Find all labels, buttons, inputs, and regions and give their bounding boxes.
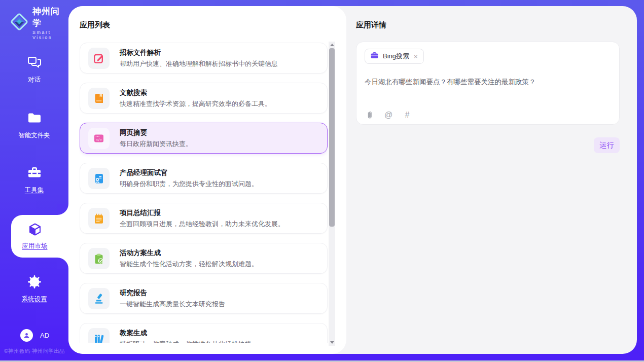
books-icon	[88, 328, 110, 343]
sidebar-item-label: 对话	[28, 76, 41, 84]
brand-name: 神州问学	[32, 6, 68, 29]
app-desc: 智能生成个性化活动方案，轻松解决规划难题。	[120, 261, 258, 267]
sidebar-item-app-market[interactable]: 应用市场	[11, 215, 68, 258]
sidebar: 神州问学 Smart Vision 对话 智能文件夹	[0, 0, 68, 362]
avatar	[20, 329, 33, 342]
composer-card: Bing搜索 × 今日湖北有哪些新闻要点？有哪些需要关注的最新政策？ @ #	[356, 42, 620, 125]
brand-tagline: Smart Vision	[32, 30, 68, 40]
app-desc: 一键智能生成高质量长文本研究报告	[120, 301, 225, 307]
mention-icon[interactable]: @	[383, 110, 393, 120]
paperclip-icon[interactable]	[365, 110, 375, 120]
composer-toolbar: @ #	[365, 110, 412, 120]
sidebar-item-toolset[interactable]: 工具集	[0, 165, 68, 195]
app-title: 产品经理面试官	[120, 169, 258, 176]
app-card-event-plan[interactable]: 活动方案生成 智能生成个性化活动方案，轻松解决规划难题。	[80, 243, 328, 274]
app-title: 研究报告	[120, 289, 225, 297]
app-card-list: 招标文件解析 帮助用户快速、准确地理解和解析招标书中的关键信息 文献搜索	[80, 43, 328, 343]
app-title: 教案生成	[120, 330, 252, 337]
app-card-literature-search[interactable]: 文献搜索 快速精准查找学术资源，提高研究效率的必备工具。	[80, 83, 328, 114]
edit-square-icon	[88, 48, 110, 69]
briefcase-icon	[370, 51, 379, 61]
app-title: 项目总结汇报	[120, 209, 284, 216]
triangle-up-icon	[330, 44, 334, 46]
app-window: 神州问学 Smart Vision 对话 智能文件夹	[0, 0, 644, 362]
sidebar-item-chat[interactable]: 对话	[0, 55, 68, 84]
scrollbar-thumb[interactable]	[329, 48, 335, 227]
sidebar-item-settings[interactable]: 系统设置	[0, 274, 68, 304]
app-desc: 每日政府新闻资讯快查。	[120, 140, 192, 147]
book-icon	[88, 88, 110, 109]
bubble-fillet-top	[57, 204, 68, 215]
app-card-web-summary[interactable]: </> 网页摘要 每日政府新闻资讯快查。	[80, 123, 328, 154]
scrollbar-track[interactable]	[329, 42, 335, 346]
sidebar-item-label: 工具集	[25, 186, 44, 195]
app-card-pm-interviewer[interactable]: 产品经理面试官 明确身份和职责，为您提供专业性的面试问题。	[80, 163, 328, 194]
copyright-text: ©神州数码·神州问学出品	[4, 348, 69, 355]
app-list-panel: 应用列表 招标文件解析 帮助用户快速、准确地理解和解析招标书中的关键信息	[68, 6, 346, 354]
toolbox-icon	[27, 165, 42, 183]
content-area: 应用列表 招标文件解析 帮助用户快速、准确地理解和解析招标书中的关键信息	[68, 6, 637, 354]
sidebar-item-label: 智能文件夹	[18, 131, 50, 140]
svg-text:</>: </>	[96, 137, 102, 141]
app-desc: 全面回顾项目进展，总结经验教训，助力未来优化发展。	[120, 221, 284, 227]
app-title: 网页摘要	[120, 129, 192, 136]
sidebar-item-label: 系统设置	[22, 295, 47, 304]
user-initials: AD	[40, 332, 49, 339]
run-button[interactable]: 运行	[594, 137, 620, 153]
triangle-down-icon	[330, 341, 334, 344]
app-card-project-summary[interactable]: 项目总结汇报 全面回顾项目进展，总结经验教训，助力未来优化发展。	[80, 203, 328, 234]
scrollbar-up-button[interactable]	[329, 42, 335, 48]
query-input[interactable]: 今日湖北有哪些新闻要点？有哪些需要关注的最新政策？	[365, 77, 611, 87]
user-account[interactable]: AD	[20, 329, 49, 342]
tool-chip-bing-search[interactable]: Bing搜索 ×	[365, 49, 424, 64]
sidebar-item-smart-folder[interactable]: 智能文件夹	[0, 111, 68, 140]
folder-icon	[27, 111, 42, 128]
app-title: 招标文件解析	[120, 49, 278, 56]
app-title: 活动方案生成	[120, 249, 258, 257]
notepad-icon	[88, 208, 110, 229]
app-desc: 帮助用户快速、准确地理解和解析招标书中的关键信息	[120, 60, 278, 67]
app-card-lesson-plan[interactable]: 教案生成 模板驱动，教案秒成，教学准备从此轻松快捷	[80, 323, 328, 343]
cube-icon	[27, 222, 43, 239]
browser-code-icon: </>	[88, 128, 110, 149]
brand-logo: 神州问学 Smart Vision	[9, 6, 68, 40]
microscope-icon	[88, 288, 110, 309]
bubble-fillet-bottom	[57, 258, 68, 269]
app-desc: 模板驱动，教案秒成，教学准备从此轻松快捷	[120, 341, 252, 343]
app-card-research-report[interactable]: 研究报告 一键智能生成高质量长文本研究报告	[80, 283, 328, 314]
app-desc: 明确身份和职责，为您提供专业性的面试问题。	[120, 180, 258, 187]
diamond-logo-icon	[9, 12, 29, 34]
topic-hash-icon[interactable]: #	[402, 110, 412, 120]
tool-chip-label: Bing搜索	[383, 52, 409, 61]
clipboard-check-icon	[88, 248, 110, 269]
scrollbar-down-button[interactable]	[329, 339, 335, 346]
app-detail-panel: 应用详情 Bing搜索 × 今日湖北有哪些新闻要点？有哪些需要关注的最新政策？	[346, 6, 637, 354]
app-detail-title: 应用详情	[356, 20, 386, 30]
close-icon[interactable]: ×	[413, 53, 418, 60]
app-title: 文献搜索	[120, 89, 271, 96]
sidebar-item-label: 应用市场	[22, 242, 48, 250]
app-card-bid-document-analysis[interactable]: 招标文件解析 帮助用户快速、准确地理解和解析招标书中的关键信息	[80, 43, 328, 74]
gear-icon	[27, 274, 42, 292]
app-list-title: 应用列表	[80, 20, 110, 30]
resume-person-icon	[88, 168, 110, 189]
chat-icon	[27, 55, 42, 72]
app-desc: 快速精准查找学术资源，提高研究效率的必备工具。	[120, 100, 271, 107]
